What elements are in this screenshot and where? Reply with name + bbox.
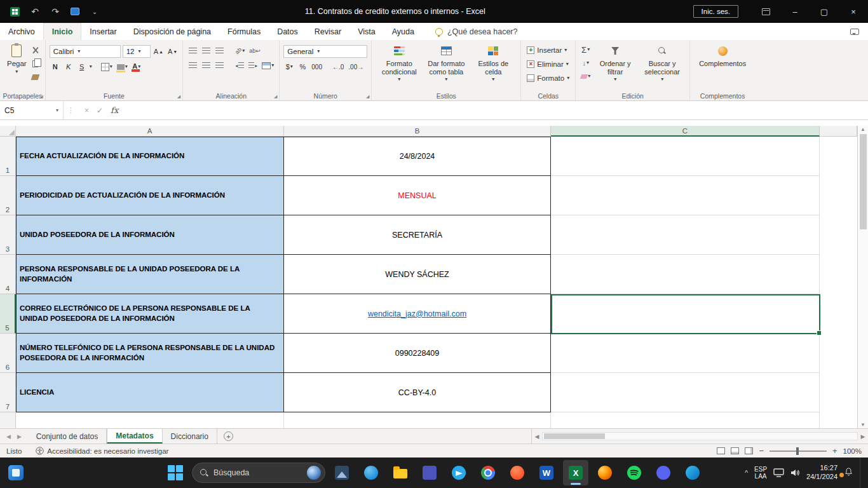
underline-button[interactable]: S xyxy=(76,61,88,72)
insert-function-icon[interactable]: fx xyxy=(111,105,118,115)
row-header-6[interactable]: 6 xyxy=(0,334,16,373)
name-box[interactable]: C5 ▾ xyxy=(0,101,64,119)
cell-a1[interactable]: FECHA ACTUALIZACIÓN DE LA INFORMACIÓN xyxy=(16,137,284,176)
page-break-view-button[interactable] xyxy=(745,447,753,454)
cell-a6[interactable]: NÚMERO TELEFÓNICO DE LA PERSONA RESPONSA… xyxy=(16,334,284,373)
normal-view-button[interactable] xyxy=(717,447,725,454)
taskbar-edge[interactable] xyxy=(680,460,705,485)
cell-a8[interactable] xyxy=(16,412,284,428)
cell-a5[interactable]: CORREO ELECTRÓNICO DE LA PERSONA RESPONS… xyxy=(16,294,284,334)
format-painter-button[interactable] xyxy=(30,71,41,83)
horizontal-scroll-thumb[interactable] xyxy=(544,433,605,439)
close-button[interactable]: × xyxy=(839,0,868,23)
taskbar-excel[interactable]: X xyxy=(563,460,588,485)
row-header-3[interactable]: 3 xyxy=(0,215,16,255)
zoom-slider-thumb[interactable] xyxy=(796,447,799,455)
decrease-decimal-button[interactable]: .00→ xyxy=(347,61,365,72)
row-header-8[interactable] xyxy=(0,412,16,428)
cast-display-icon[interactable] xyxy=(773,468,784,477)
clipboard-dialog-launcher[interactable]: ◢ xyxy=(39,94,43,98)
borders-button[interactable]: ▾ xyxy=(100,61,114,72)
accessibility-status[interactable]: Accesibilidad: es necesario investigar xyxy=(31,447,173,455)
tab-disposicion[interactable]: Disposición de página xyxy=(125,23,219,40)
fill-button[interactable]: ↓▾ xyxy=(580,57,592,69)
scroll-right-icon[interactable]: ▶ xyxy=(858,433,868,440)
cancel-entry-icon[interactable]: × xyxy=(85,106,89,115)
sign-in-button[interactable]: Inic. ses. xyxy=(693,5,738,18)
find-select-button[interactable]: Buscar y seleccionar ▾ xyxy=(639,43,686,83)
font-color-button[interactable]: A▾ xyxy=(131,61,142,72)
zoom-slider[interactable] xyxy=(770,451,827,452)
decrease-font-size-button[interactable]: A▼ xyxy=(166,46,179,57)
row-header-1[interactable]: 1 xyxy=(0,137,16,176)
sheet-nav-right-icon[interactable]: ▶ xyxy=(17,433,22,440)
align-right-button[interactable] xyxy=(214,60,225,71)
cell-c1[interactable] xyxy=(551,137,820,176)
zoom-in-button[interactable]: + xyxy=(832,446,837,456)
language-indicator[interactable]: ESP LAA xyxy=(754,466,767,480)
taskbar-telegram[interactable] xyxy=(446,460,471,485)
select-all-corner[interactable] xyxy=(0,126,16,137)
cell-a4[interactable]: PERSONA RESPONSABLE DE LA UNIDAD POSEEDO… xyxy=(16,255,284,294)
taskbar-spotify[interactable] xyxy=(621,460,647,485)
formula-bar-handle[interactable]: ⋮ xyxy=(64,106,78,114)
tab-formulas[interactable]: Fórmulas xyxy=(219,23,269,40)
taskbar-photos[interactable] xyxy=(329,460,355,485)
currency-format-button[interactable]: $▾ xyxy=(283,61,295,72)
new-sheet-button[interactable]: + xyxy=(217,429,240,444)
copy-button[interactable] xyxy=(30,58,41,69)
ribbon-display-options-icon[interactable] xyxy=(751,0,780,23)
cell-b8[interactable] xyxy=(284,412,551,428)
row-header-7[interactable]: 7 xyxy=(0,373,16,412)
scroll-down-icon[interactable]: ▼ xyxy=(860,422,865,428)
conditional-formatting-button[interactable]: Formato condicional ▾ xyxy=(376,43,423,83)
tab-inicio[interactable]: Inicio xyxy=(43,23,82,40)
cell-c2[interactable] xyxy=(551,176,820,215)
sort-filter-button[interactable]: Ordenar y filtrar ▾ xyxy=(592,43,639,83)
alignment-dialog-launcher[interactable]: ◢ xyxy=(274,94,277,98)
taskbar-discord[interactable] xyxy=(651,460,676,485)
taskbar-skype[interactable] xyxy=(358,460,384,485)
taskbar-search[interactable]: Búsqueda xyxy=(192,463,325,483)
cell-a2[interactable]: PERIODICIDAD DE ACTUALIZACIÓN DE LA INFO… xyxy=(16,176,284,215)
column-header-c[interactable]: C xyxy=(551,126,820,137)
percent-format-button[interactable]: % xyxy=(297,61,308,72)
tab-datos[interactable]: Datos xyxy=(269,23,306,40)
tray-expand-icon[interactable]: ^ xyxy=(745,469,748,477)
wrap-text-button[interactable]: ab↩ xyxy=(248,45,262,57)
paste-button[interactable]: Pegar ▾ xyxy=(4,43,30,75)
vertical-scroll-thumb[interactable] xyxy=(860,134,867,229)
cell-b5[interactable]: wendicita_jaz@hotmail.com xyxy=(284,294,551,334)
selected-cell-outline[interactable] xyxy=(551,294,820,334)
row-header-4[interactable]: 4 xyxy=(0,255,16,294)
minimize-button[interactable]: – xyxy=(780,0,810,23)
start-button[interactable] xyxy=(163,460,188,485)
delete-cells-button[interactable]: ×Eliminar▾ xyxy=(525,58,571,70)
cell-c8[interactable] xyxy=(551,412,820,428)
maximize-button[interactable]: ▢ xyxy=(810,0,839,23)
addins-button[interactable]: Complementos xyxy=(694,43,751,69)
feedback-icon[interactable] xyxy=(841,23,868,40)
taskbar-word[interactable]: W xyxy=(534,460,559,485)
cell-c4[interactable] xyxy=(551,255,820,294)
italic-button[interactable]: K xyxy=(63,61,74,72)
merge-center-button[interactable]: ▾ xyxy=(261,60,275,71)
bold-button[interactable]: N xyxy=(50,61,61,72)
touch-mode-icon[interactable] xyxy=(71,8,79,15)
increase-decimal-button[interactable]: ←.0 xyxy=(331,61,345,72)
redo-icon[interactable]: ↷ xyxy=(50,6,60,17)
cell-b2[interactable]: MENSUAL xyxy=(284,176,551,215)
taskbar-file-explorer[interactable] xyxy=(388,460,413,485)
page-layout-view-button[interactable] xyxy=(731,447,739,454)
decrease-indent-button[interactable]: ◂ xyxy=(234,60,245,71)
insert-cells-button[interactable]: +Insertar▾ xyxy=(525,44,571,56)
column-header-a[interactable]: A xyxy=(16,126,284,137)
sheet-tab-diccionario[interactable]: Diccionario xyxy=(163,429,217,444)
confirm-entry-icon[interactable]: ✓ xyxy=(97,106,103,115)
format-cells-button[interactable]: Formato▾ xyxy=(525,72,571,84)
comma-format-button[interactable]: 000 xyxy=(310,61,323,72)
font-size-combo[interactable]: 12▾ xyxy=(123,45,151,58)
align-center-button[interactable] xyxy=(200,60,212,71)
format-as-table-button[interactable]: Dar formato como tabla ▾ xyxy=(423,43,470,83)
zoom-out-button[interactable]: − xyxy=(759,446,764,456)
